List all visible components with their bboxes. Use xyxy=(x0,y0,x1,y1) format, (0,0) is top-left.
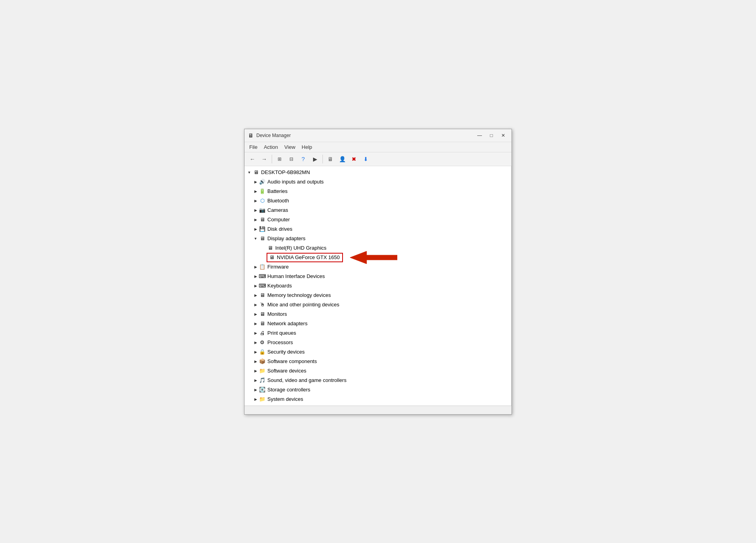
tree-panel[interactable]: ▼ 🖥 DESKTOP-6B982MN ▶ 🔊 Audio inputs and… xyxy=(245,166,511,406)
expand-displayadapters[interactable]: ▼ xyxy=(252,235,259,242)
expand-nvidia xyxy=(260,254,267,261)
keyboards-label: Keyboards xyxy=(267,283,292,289)
softdev-label: Software devices xyxy=(267,368,306,374)
tree-item-softcomp[interactable]: ▶ 📦 Software components xyxy=(245,357,511,366)
print-label: Print queues xyxy=(267,330,296,336)
content-area: ▼ 🖥 DESKTOP-6B982MN ▶ 🔊 Audio inputs and… xyxy=(245,166,511,406)
hid-icon: ⌨ xyxy=(259,273,266,280)
tree-item-softdev[interactable]: ▶ 📁 Software devices xyxy=(245,366,511,376)
root-icon: 🖥 xyxy=(252,169,259,176)
computer-label: Computer xyxy=(267,217,290,222)
expand-print[interactable]: ▶ xyxy=(252,330,259,336)
expand-system[interactable]: ▶ xyxy=(252,396,259,402)
network-label: Network adapters xyxy=(267,321,308,326)
menu-file[interactable]: File xyxy=(246,143,261,151)
close-button[interactable]: ✕ xyxy=(498,132,508,139)
tree-item-keyboards[interactable]: ▶ ⌨ Keyboards xyxy=(245,281,511,291)
expand-processors[interactable]: ▶ xyxy=(252,339,259,346)
expand-keyboards[interactable]: ▶ xyxy=(252,283,259,289)
sound-label: Sound, video and game controllers xyxy=(267,377,346,383)
tree-item-system[interactable]: ▶ 📁 System devices xyxy=(245,395,511,404)
expand-softcomp[interactable]: ▶ xyxy=(252,358,259,365)
expand-inteluhd xyxy=(260,245,267,251)
tree-item-print[interactable]: ▶ 🖨 Print queues xyxy=(245,328,511,338)
tree-item-hid[interactable]: ▶ ⌨ Human Interface Devices xyxy=(245,272,511,281)
tree-item-bluetooth[interactable]: ▶ ⬡ Bluetooth xyxy=(245,196,511,206)
expand-storage[interactable]: ▶ xyxy=(252,387,259,393)
tree-item-sound[interactable]: ▶ 🎵 Sound, video and game controllers xyxy=(245,376,511,385)
toolbar-forward[interactable]: → xyxy=(259,154,270,164)
tree-item-diskdrives[interactable]: ▶ 💾 Disk drives xyxy=(245,224,511,234)
system-label: System devices xyxy=(267,396,303,402)
toolbar-help[interactable]: ? xyxy=(298,154,309,164)
tree-item-memtech[interactable]: ▶ 🖥 Memory technology devices xyxy=(245,291,511,300)
menu-action[interactable]: Action xyxy=(261,143,281,151)
window-icon: 🖥 xyxy=(248,132,254,139)
print-icon: 🖨 xyxy=(259,330,266,337)
displayadapters-icon: 🖥 xyxy=(259,235,266,242)
expand-monitors[interactable]: ▶ xyxy=(252,311,259,317)
expand-audio[interactable]: ▶ xyxy=(252,179,259,185)
diskdrives-label: Disk drives xyxy=(267,226,293,232)
toolbar: ← → ⊞ ⊟ ? ▶ 🖥 👤 ✖ ⬇ xyxy=(245,152,511,166)
toolbar-properties[interactable]: ⊞ xyxy=(274,154,285,164)
svg-marker-0 xyxy=(350,251,397,264)
expand-softdev[interactable]: ▶ xyxy=(252,368,259,374)
batteries-icon: 🔋 xyxy=(259,188,266,195)
security-label: Security devices xyxy=(267,349,305,355)
tree-item-batteries[interactable]: ▶ 🔋 Batteries xyxy=(245,187,511,196)
bluetooth-label: Bluetooth xyxy=(267,198,289,204)
bluetooth-icon: ⬡ xyxy=(259,197,266,204)
maximize-button[interactable]: □ xyxy=(486,132,497,139)
tree-item-computer[interactable]: ▶ 🖥 Computer xyxy=(245,215,511,224)
softcomp-label: Software components xyxy=(267,358,317,364)
sound-icon: 🎵 xyxy=(259,377,266,384)
expand-memtech[interactable]: ▶ xyxy=(252,292,259,298)
tree-item-mice[interactable]: ▶ 🖱 Mice and other pointing devices xyxy=(245,300,511,309)
toolbar-add[interactable]: 👤 xyxy=(337,154,348,164)
toolbar-enable[interactable]: ▶ xyxy=(309,154,321,164)
toolbar-download[interactable]: ⬇ xyxy=(360,154,371,164)
tree-item-displayadapters[interactable]: ▼ 🖥 Display adapters xyxy=(245,234,511,243)
expand-firmware[interactable]: ▶ xyxy=(252,264,259,270)
hid-label: Human Interface Devices xyxy=(267,273,325,279)
expand-computer[interactable]: ▶ xyxy=(252,217,259,223)
expand-root[interactable]: ▼ xyxy=(246,169,252,176)
displayadapters-label: Display adapters xyxy=(267,235,306,241)
toolbar-sep-2 xyxy=(322,155,323,163)
menu-view[interactable]: View xyxy=(281,143,298,151)
storage-icon: 💽 xyxy=(259,386,266,393)
expand-cameras[interactable]: ▶ xyxy=(252,207,259,213)
tree-item-monitors[interactable]: ▶ 🖥 Monitors xyxy=(245,309,511,319)
tree-item-nvidia[interactable]: 🖥 NVIDIA GeForce GTX 1650 xyxy=(245,253,511,262)
tree-item-audio[interactable]: ▶ 🔊 Audio inputs and outputs xyxy=(245,177,511,187)
expand-security[interactable]: ▶ xyxy=(252,349,259,355)
toolbar-scan[interactable]: 🖥 xyxy=(325,154,336,164)
tree-item-cameras[interactable]: ▶ 📷 Cameras xyxy=(245,206,511,215)
memtech-label: Memory technology devices xyxy=(267,292,331,298)
expand-hid[interactable]: ▶ xyxy=(252,273,259,280)
audio-label: Audio inputs and outputs xyxy=(267,179,324,185)
security-icon: 🔒 xyxy=(259,348,266,356)
toolbar-remove[interactable]: ✖ xyxy=(348,154,359,164)
toolbar-sep-1 xyxy=(272,155,272,163)
tree-item-storage[interactable]: ▶ 💽 Storage controllers xyxy=(245,385,511,395)
inteluhd-label: Intel(R) UHD Graphics xyxy=(275,245,326,251)
window-title: Device Manager xyxy=(256,133,474,138)
toolbar-back[interactable]: ← xyxy=(247,154,258,164)
firmware-icon: 📋 xyxy=(259,263,266,271)
tree-item-network[interactable]: ▶ 🖥 Network adapters xyxy=(245,319,511,328)
toolbar-update[interactable]: ⊟ xyxy=(286,154,297,164)
tree-item-security[interactable]: ▶ 🔒 Security devices xyxy=(245,347,511,357)
expand-diskdrives[interactable]: ▶ xyxy=(252,226,259,232)
expand-network[interactable]: ▶ xyxy=(252,321,259,327)
expand-batteries[interactable]: ▶ xyxy=(252,188,259,195)
expand-mice[interactable]: ▶ xyxy=(252,302,259,308)
expand-bluetooth[interactable]: ▶ xyxy=(252,198,259,204)
monitors-icon: 🖥 xyxy=(259,311,266,318)
minimize-button[interactable]: — xyxy=(474,132,485,139)
expand-sound[interactable]: ▶ xyxy=(252,377,259,384)
tree-root[interactable]: ▼ 🖥 DESKTOP-6B982MN xyxy=(245,168,511,177)
tree-item-processors[interactable]: ▶ ⚙ Processors xyxy=(245,338,511,347)
menu-help[interactable]: Help xyxy=(298,143,315,151)
